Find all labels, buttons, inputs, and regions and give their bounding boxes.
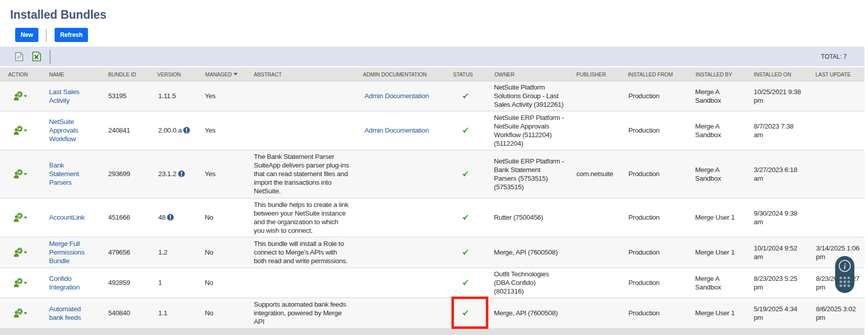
svg-text:i: i [844,262,846,271]
